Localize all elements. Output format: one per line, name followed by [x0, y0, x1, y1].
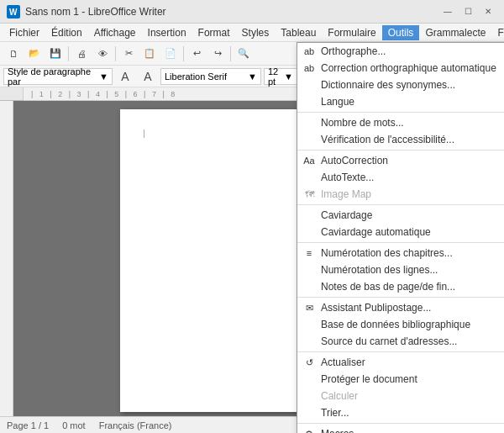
- menu-separator: [297, 204, 504, 205]
- redo-button[interactable]: ↪: [207, 45, 228, 63]
- paste-button[interactable]: 📄: [160, 45, 181, 63]
- find-button[interactable]: 🔍: [234, 45, 254, 63]
- menu-item-orthographe[interactable]: abOrthographe...F7: [297, 43, 504, 60]
- window-controls: — ☐ ✕: [438, 3, 497, 20]
- maximize-button[interactable]: ☐: [459, 3, 477, 20]
- minimize-button[interactable]: —: [438, 3, 457, 20]
- window-title: Sans nom 1 - LibreOffice Writer: [25, 6, 166, 18]
- menu-item-proteger[interactable]: Protéger le document: [297, 371, 504, 388]
- size-value: 12 pt: [268, 66, 284, 87]
- menu-label-image-map: Image Map: [321, 188, 371, 200]
- menu-label-langue: Langue: [321, 96, 354, 108]
- menu-outils[interactable]: Outils: [382, 25, 420, 40]
- menu-item-caviardage-auto[interactable]: Caviardage automatique: [297, 224, 504, 240]
- menu-label-caviardage: Caviardage: [321, 209, 372, 221]
- menu-label-numerotation-lignes: Numérotation des lignes...: [321, 264, 438, 276]
- menu-item-source-carnet[interactable]: Source du carnet d'adresses...: [297, 333, 504, 350]
- outils-menu[interactable]: abOrthographe...F7abCorrection orthograp…: [297, 42, 504, 433]
- cursor-indicator: [144, 129, 150, 138]
- menu-edition[interactable]: Édition: [45, 25, 88, 40]
- app-icon: W: [7, 5, 20, 18]
- menu-item-correction-auto[interactable]: abCorrection orthographique automatiqueM…: [297, 60, 504, 77]
- word-count: 0 mot: [62, 420, 86, 430]
- menu-grammalecte[interactable]: Grammalecte: [419, 25, 491, 40]
- menu-fenetre[interactable]: Fenêtre: [491, 25, 504, 40]
- menu-icon-actualiser: ↺: [302, 356, 316, 369]
- page-info: Page 1 / 1: [7, 420, 49, 430]
- menu-item-autocorrection[interactable]: AaAutoCorrection▶: [297, 152, 504, 169]
- menu-item-nombre-mots[interactable]: Nombre de mots...: [297, 114, 504, 131]
- menu-icon-numerotation-chapitres: ≡: [302, 246, 316, 260]
- undo-button[interactable]: ↩: [186, 45, 207, 63]
- menu-format[interactable]: Format: [192, 25, 236, 40]
- menu-label-accessibilite: Vérification de l'accessibilité...: [321, 134, 454, 145]
- menu-formulaire[interactable]: Formulaire: [322, 25, 381, 40]
- menu-shortcut-correction-auto: Maj+F7: [496, 63, 504, 73]
- menu-icon-correction-auto: ab: [302, 61, 316, 75]
- size-dropdown[interactable]: 12 pt ▼: [264, 68, 297, 85]
- menu-shortcut-autotexte: Ctrl+F3: [496, 172, 504, 182]
- menu-item-langue[interactable]: Langue▶: [297, 93, 504, 110]
- menu-item-macros[interactable]: ⚙Macros▶: [297, 425, 504, 433]
- menu-separator: [297, 150, 504, 150]
- menu-icon-image-map: 🗺: [302, 187, 316, 201]
- sep4: [230, 46, 231, 61]
- vertical-ruler: [0, 101, 13, 416]
- menu-label-trier: Trier...: [321, 407, 349, 419]
- save-button[interactable]: 💾: [45, 45, 66, 63]
- menu-item-calculer: CalculerCtrl++: [297, 388, 504, 404]
- menu-icon-macros: ⚙: [302, 427, 316, 433]
- font-dropdown[interactable]: Liberation Serif ▼: [160, 68, 261, 85]
- menu-item-bdd-biblio[interactable]: Base de données bibliographique: [297, 316, 504, 333]
- menu-label-caviardage-auto: Caviardage automatique: [321, 226, 431, 238]
- menu-fichier[interactable]: Fichier: [3, 25, 45, 40]
- copy-button[interactable]: 📋: [139, 45, 160, 63]
- menu-separator: [297, 351, 504, 352]
- menu-item-autotexte[interactable]: AutoTexte...Ctrl+F3: [297, 169, 504, 186]
- cut-button[interactable]: ✂: [118, 45, 139, 63]
- menu-icon-orthographe: ab: [302, 45, 316, 58]
- close-button[interactable]: ✕: [479, 3, 497, 20]
- open-button[interactable]: 📂: [24, 45, 45, 63]
- preview-button[interactable]: 👁: [92, 45, 113, 63]
- menu-icon-publipostage: ✉: [302, 301, 316, 314]
- menu-label-publipostage: Assistant Publipostage...: [321, 302, 431, 314]
- menu-styles[interactable]: Styles: [236, 25, 276, 40]
- style-value: Style de paragraphe par: [8, 66, 99, 87]
- menu-label-dictionnaire: Dictionnaire des synonymes...: [321, 79, 455, 91]
- style-arrow: ▼: [99, 71, 108, 82]
- title-bar: W Sans nom 1 - LibreOffice Writer — ☐ ✕: [0, 0, 504, 24]
- menu-label-calculer: Calculer: [321, 390, 358, 402]
- menu-icon-autocorrection: Aa: [302, 154, 316, 167]
- new-button[interactable]: 🗋: [3, 45, 24, 63]
- menu-item-publipostage[interactable]: ✉Assistant Publipostage...: [297, 299, 504, 316]
- menu-item-numerotation-chapitres[interactable]: ≡Numérotation des chapitres...: [297, 245, 504, 261]
- print-button[interactable]: 🖨: [71, 45, 92, 63]
- menu-item-actualiser[interactable]: ↺Actualiser▶: [297, 354, 504, 371]
- menu-item-numerotation-lignes[interactable]: Numérotation des lignes...: [297, 261, 504, 278]
- menu-label-proteger: Protéger le document: [321, 373, 417, 385]
- menu-affichage[interactable]: Affichage: [88, 25, 142, 40]
- menu-shortcut-dictionnaire: Ctrl+F7: [496, 80, 504, 90]
- menu-separator: [297, 242, 504, 243]
- font-value: Liberation Serif: [165, 71, 227, 82]
- style-icon-btn[interactable]: A: [115, 67, 135, 86]
- menu-item-trier[interactable]: Trier...: [297, 404, 504, 421]
- menu-separator: [297, 297, 504, 298]
- sep2: [115, 46, 116, 61]
- menu-label-actualiser: Actualiser: [321, 356, 365, 368]
- menu-item-dictionnaire[interactable]: Dictionnaire des synonymes...Ctrl+F7: [297, 77, 504, 93]
- menu-label-macros: Macros: [321, 428, 354, 433]
- menu-insertion[interactable]: Insertion: [142, 25, 192, 40]
- sep3: [183, 46, 184, 61]
- menu-label-source-carnet: Source du carnet d'adresses...: [321, 335, 457, 347]
- menu-label-correction-auto: Correction orthographique automatique: [321, 62, 496, 74]
- menu-bar: Fichier Édition Affichage Insertion Form…: [0, 24, 504, 42]
- menu-item-caviardage[interactable]: Caviardage: [297, 207, 504, 224]
- font-icon-btn[interactable]: A: [138, 67, 158, 86]
- style-dropdown[interactable]: Style de paragraphe par ▼: [3, 68, 113, 85]
- menu-item-notes-bas[interactable]: Notes de bas de page/de fin...: [297, 278, 504, 295]
- menu-label-bdd-biblio: Base de données bibliographique: [321, 319, 470, 330]
- menu-tableau[interactable]: Tableau: [275, 25, 322, 40]
- menu-item-accessibilite[interactable]: Vérification de l'accessibilité...: [297, 131, 504, 148]
